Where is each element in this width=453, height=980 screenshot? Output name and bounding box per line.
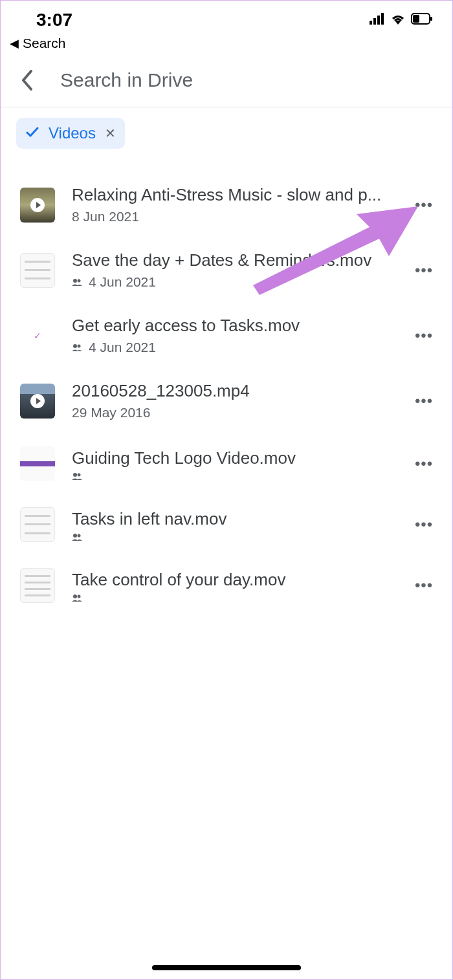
more-options-button[interactable]: •••: [411, 455, 437, 473]
back-button[interactable]: [16, 69, 38, 91]
file-date: 4 Jun 2021: [89, 274, 156, 290]
check-icon: [25, 125, 39, 142]
svg-rect-1: [373, 18, 376, 25]
filter-chip-label: Videos: [49, 124, 96, 142]
more-options-button[interactable]: •••: [411, 261, 437, 279]
shared-icon: [72, 343, 82, 351]
file-date: 8 Jun 2021: [72, 209, 139, 224]
svg-point-14: [78, 534, 81, 537]
file-title: Get early access to Tasks.mov: [72, 316, 394, 336]
file-row[interactable]: Tasks in left nav.mov •••: [1, 494, 452, 555]
video-thumbnail: ✓: [20, 318, 55, 353]
file-title: 20160528_123005.mp4: [72, 381, 394, 401]
svg-rect-0: [370, 21, 372, 25]
system-back-label: Search: [23, 36, 66, 51]
shared-icon: [72, 533, 82, 541]
svg-point-16: [78, 594, 81, 598]
svg-rect-3: [381, 13, 384, 25]
more-options-button[interactable]: •••: [411, 196, 437, 214]
svg-point-8: [78, 279, 81, 283]
video-thumbnail: [20, 384, 55, 419]
shared-icon: [72, 472, 82, 480]
file-title: Guiding Tech Logo Video.mov: [72, 448, 394, 468]
svg-point-7: [73, 279, 77, 283]
svg-point-13: [73, 534, 77, 538]
video-thumbnail: [20, 568, 55, 603]
file-title: Tasks in left nav.mov: [72, 509, 394, 529]
file-date: 4 Jun 2021: [89, 340, 156, 355]
cell-signal-icon: [370, 13, 385, 27]
filter-remove-button[interactable]: ✕: [105, 125, 116, 141]
home-indicator[interactable]: [152, 965, 301, 970]
filter-chip-videos[interactable]: Videos ✕: [16, 118, 125, 149]
file-title: Save the day + Dates & Reminders.mov: [72, 250, 394, 270]
file-row[interactable]: 20160528_123005.mp4 29 May 2016 •••: [1, 368, 452, 433]
status-bar: 3:07: [1, 1, 452, 33]
search-input[interactable]: Search in Drive: [60, 69, 193, 91]
more-options-button[interactable]: •••: [411, 392, 437, 410]
file-row[interactable]: ✓ Get early access to Tasks.mov 4 Jun 20…: [1, 303, 452, 368]
battery-icon: [411, 13, 433, 27]
svg-rect-2: [377, 16, 380, 25]
file-row[interactable]: Take control of your day.mov •••: [1, 555, 452, 616]
svg-point-15: [73, 594, 77, 598]
video-thumbnail: [20, 446, 55, 481]
file-row[interactable]: Save the day + Dates & Reminders.mov 4 J…: [1, 237, 452, 303]
shared-icon: [72, 594, 82, 602]
svg-point-12: [78, 473, 81, 476]
back-triangle-icon: ◀: [10, 36, 19, 50]
file-row[interactable]: Guiding Tech Logo Video.mov •••: [1, 433, 452, 494]
file-list: Relaxing Anti-Stress Music - slow and p.…: [1, 155, 452, 616]
more-options-button[interactable]: •••: [411, 327, 437, 345]
search-header: Search in Drive: [1, 56, 452, 107]
svg-point-11: [73, 473, 77, 477]
more-options-button[interactable]: •••: [411, 516, 437, 534]
play-icon: [30, 198, 45, 212]
status-time: 3:07: [36, 10, 72, 30]
filter-bar: Videos ✕: [1, 107, 452, 155]
file-date: 29 May 2016: [72, 405, 150, 420]
file-title: Take control of your day.mov: [72, 570, 394, 590]
wifi-icon: [390, 13, 406, 27]
chevron-left-icon: [21, 70, 34, 91]
more-options-button[interactable]: •••: [411, 576, 437, 594]
shared-icon: [72, 278, 82, 286]
svg-point-10: [78, 345, 81, 348]
file-title: Relaxing Anti-Stress Music - slow and p.…: [72, 185, 394, 205]
video-thumbnail: [20, 188, 55, 223]
file-row[interactable]: Relaxing Anti-Stress Music - slow and p.…: [1, 172, 452, 237]
svg-rect-6: [430, 17, 432, 21]
check-icon: ✓: [34, 331, 41, 341]
video-thumbnail: [20, 253, 55, 288]
system-back-search[interactable]: ◀ Search: [1, 33, 452, 56]
video-thumbnail: [20, 507, 55, 542]
status-icons: [370, 13, 433, 27]
svg-point-9: [73, 344, 77, 348]
play-icon: [30, 394, 45, 408]
svg-rect-5: [413, 15, 419, 23]
